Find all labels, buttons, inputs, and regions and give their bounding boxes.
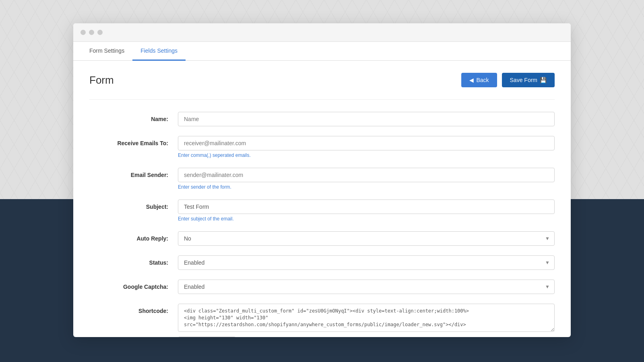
back-arrow-icon: ◀ — [469, 77, 474, 83]
google-captcha-field-wrap: Enabled Disabled ▼ — [178, 280, 555, 294]
name-input[interactable] — [178, 112, 555, 126]
google-captcha-label: Google Captcha: — [89, 280, 178, 290]
window-dot-green — [97, 30, 103, 35]
copy-shortcode-button[interactable]: ✓ Copy Short Code — [178, 337, 236, 337]
shortcode-field-wrap: <div class="Zestard_multi_custom_form" i… — [178, 304, 555, 337]
name-label: Name: — [89, 112, 178, 122]
status-select[interactable]: Enabled Disabled — [178, 255, 555, 270]
back-button[interactable]: ◀ Back — [461, 73, 497, 87]
window-dot-yellow — [89, 30, 94, 35]
tab-form-settings[interactable]: Form Settings — [81, 42, 132, 61]
name-field-wrap — [178, 112, 555, 126]
shortcode-row: Shortcode: <div class="Zestard_multi_cus… — [89, 304, 555, 337]
main-window: Form Settings Fields Settings Form ◀ Bac… — [73, 23, 571, 337]
auto-reply-select-wrapper: No Yes ▼ — [178, 231, 555, 246]
save-icon: 💾 — [540, 77, 547, 83]
status-row: Status: Enabled Disabled ▼ — [89, 255, 555, 270]
receive-emails-label: Receive Emails To: — [89, 136, 178, 146]
status-select-wrapper: Enabled Disabled ▼ — [178, 255, 555, 270]
save-form-button[interactable]: Save Form 💾 — [502, 73, 555, 87]
subject-hint: Enter subject of the email. — [178, 216, 555, 222]
shortcode-label: Shortcode: — [89, 304, 178, 314]
main-content: Form ◀ Back Save Form 💾 Name: Receiv — [73, 61, 571, 337]
email-sender-row: Email Sender: Enter sender of the form. — [89, 168, 555, 190]
header-divider — [89, 99, 555, 100]
auto-reply-field-wrap: No Yes ▼ — [178, 231, 555, 246]
auto-reply-select[interactable]: No Yes — [178, 231, 555, 246]
name-row: Name: — [89, 112, 555, 126]
google-captcha-select[interactable]: Enabled Disabled — [178, 280, 555, 294]
tab-fields-settings[interactable]: Fields Settings — [132, 42, 186, 61]
status-label: Status: — [89, 255, 178, 266]
subject-input[interactable] — [178, 200, 555, 214]
shortcode-textarea[interactable]: <div class="Zestard_multi_custom_form" i… — [178, 304, 555, 332]
receive-emails-row: Receive Emails To: Enter comma(,) sepera… — [89, 136, 555, 158]
subject-label: Subject: — [89, 200, 178, 210]
email-sender-input[interactable] — [178, 168, 555, 182]
google-captcha-select-wrapper: Enabled Disabled ▼ — [178, 280, 555, 294]
subject-field-wrap: Enter subject of the email. — [178, 200, 555, 222]
email-sender-field-wrap: Enter sender of the form. — [178, 168, 555, 190]
window-dot-red — [80, 30, 86, 35]
tab-bar: Form Settings Fields Settings — [73, 42, 571, 61]
page-title: Form — [89, 74, 114, 86]
receive-emails-input[interactable] — [178, 136, 555, 150]
header-buttons: ◀ Back Save Form 💾 — [461, 73, 555, 87]
status-field-wrap: Enabled Disabled ▼ — [178, 255, 555, 270]
receive-emails-hint: Enter comma(,) seperated emails. — [178, 152, 555, 158]
receive-emails-field-wrap: Enter comma(,) seperated emails. — [178, 136, 555, 158]
subject-row: Subject: Enter subject of the email. — [89, 200, 555, 222]
auto-reply-label: Auto Reply: — [89, 231, 178, 242]
google-captcha-row: Google Captcha: Enabled Disabled ▼ — [89, 280, 555, 294]
form-header: Form ◀ Back Save Form 💾 — [89, 73, 555, 87]
email-sender-hint: Enter sender of the form. — [178, 184, 555, 190]
titlebar — [73, 23, 571, 42]
email-sender-label: Email Sender: — [89, 168, 178, 178]
auto-reply-row: Auto Reply: No Yes ▼ — [89, 231, 555, 246]
